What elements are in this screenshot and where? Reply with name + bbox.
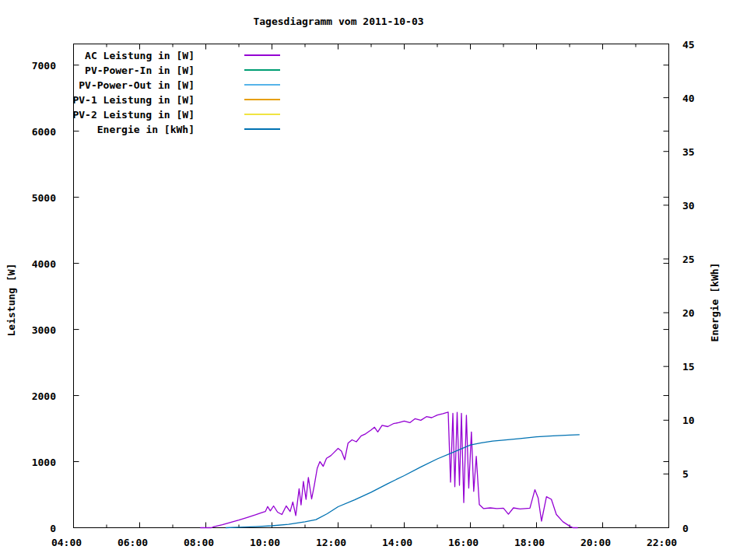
legend-swatch-6-icon (244, 128, 280, 130)
x-tick-label: 08:00 (176, 537, 223, 548)
legend-label: PV-2 Leistung in [W] (0, 109, 195, 121)
y-left-tick-label: 6000 (9, 126, 56, 138)
legend-item: PV-1 Leistung in [W] (0, 94, 747, 109)
y-right-tick-label: 35 (682, 146, 729, 158)
legend-swatch-2-icon (244, 69, 280, 71)
x-tick-label: 04:00 (44, 537, 90, 548)
y-left-tick-label: 2000 (9, 390, 56, 402)
y-right-tick-label: 40 (682, 93, 729, 104)
legend-item: PV-2 Leistung in [W] (0, 109, 747, 124)
legend-item: PV-Power-In in [W] (0, 65, 747, 79)
series-ac-leistung-in-w (200, 412, 577, 528)
chart-canvas: Tagesdiagramm vom 2011-10-03 Leistung [W… (0, 0, 747, 560)
y-left-tick-label: 0 (9, 523, 56, 534)
legend-swatch-4-icon (244, 99, 280, 100)
legend-label: PV-1 Leistung in [W] (0, 94, 195, 106)
legend-item: Energie in [kWh] (0, 124, 747, 138)
legend-label: PV-Power-Out in [W] (0, 79, 195, 91)
series-energie-in-kwh (226, 435, 580, 528)
legend-swatch-3-icon (244, 84, 280, 86)
x-tick-label: 10:00 (242, 537, 289, 548)
x-tick-label: 12:00 (308, 537, 355, 548)
legend-item: AC Leistung in [W] (0, 50, 747, 65)
y-left-tick-label: 5000 (9, 192, 56, 204)
y-right-tick-label: 15 (682, 361, 729, 373)
x-tick-label: 18:00 (507, 537, 553, 548)
y-axis-label-left: Leistung [W] (5, 222, 17, 378)
legend-item: PV-Power-Out in [W] (0, 79, 747, 94)
x-tick-label: 22:00 (639, 537, 686, 548)
y-left-tick-label: 1000 (9, 457, 56, 468)
x-tick-label: 06:00 (110, 537, 156, 548)
x-tick-label: 14:00 (374, 537, 421, 548)
y-right-tick-label: 45 (682, 39, 729, 51)
y-right-tick-label: 5 (682, 468, 729, 480)
y-left-tick-label: 7000 (9, 60, 56, 72)
y-right-tick-label: 30 (682, 200, 729, 212)
x-tick-label: 16:00 (440, 537, 487, 548)
y-left-tick-label: 4000 (9, 258, 56, 270)
chart-title: Tagesdiagramm vom 2011-10-03 (152, 16, 525, 27)
y-right-tick-label: 20 (682, 307, 729, 319)
y-axis-label-right: Energie [kWh] (709, 225, 721, 380)
y-right-tick-label: 10 (682, 415, 729, 426)
y-right-tick-label: 25 (682, 254, 729, 265)
legend-swatch-5-icon (244, 114, 280, 115)
x-tick-label: 20:00 (573, 537, 619, 548)
legend-swatch-1-icon (244, 54, 280, 56)
y-right-tick-label: 0 (682, 523, 729, 534)
y-left-tick-label: 3000 (9, 324, 56, 336)
